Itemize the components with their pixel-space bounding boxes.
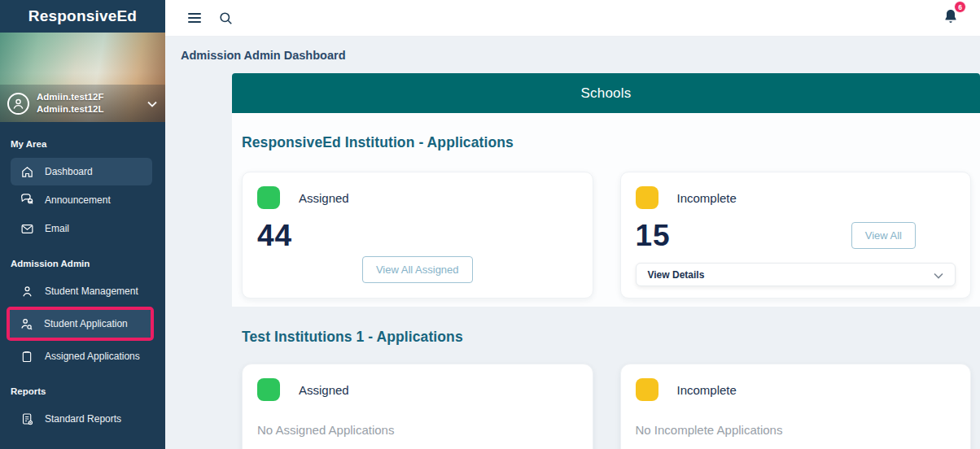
app-logo: ResponsiveEd xyxy=(0,0,165,33)
view-details-expander[interactable]: View Details xyxy=(636,263,956,286)
chevron-down-icon xyxy=(934,268,943,282)
section-heading: Test Institutions 1 - Applications xyxy=(242,329,971,346)
person-search-icon xyxy=(19,316,33,331)
school-section-responsiveed: ResponsiveEd Institution - Applications … xyxy=(232,113,980,307)
cards-row: Assigned No Assigned Applications Incomp… xyxy=(242,364,971,449)
avatar xyxy=(7,93,29,115)
bell-icon xyxy=(943,14,959,28)
clipboard-icon xyxy=(20,349,34,364)
card-label: Incomplete xyxy=(677,383,737,397)
incomplete-tile-icon xyxy=(636,186,658,209)
cards-row: Assigned 44 View All Assigned Incomplete… xyxy=(242,172,971,299)
assigned-card-empty: Assigned No Assigned Applications xyxy=(242,364,593,449)
app-root: ResponsiveEd Admiin.test12F Admiin.test1… xyxy=(0,0,980,449)
sidebar-item-standard-reports[interactable]: Standard Reports xyxy=(11,405,152,433)
view-details-label: View Details xyxy=(648,269,705,281)
empty-state-text: No Incomplete Applications xyxy=(636,423,956,437)
content: Schools ResponsiveEd Institution - Appli… xyxy=(165,73,980,449)
section-heading: ResponsiveEd Institution - Applications xyxy=(242,134,971,151)
assigned-card: Assigned 44 View All Assigned xyxy=(242,172,593,299)
sidebar-item-student-application[interactable]: Student Application xyxy=(10,310,151,338)
incomplete-card: Incomplete 15 View All View Details xyxy=(620,172,972,299)
schools-banner: Schools xyxy=(232,73,980,113)
incomplete-card-empty: Incomplete No Incomplete Applications xyxy=(620,364,972,449)
student-application-highlight-box: Student Application xyxy=(7,307,154,341)
sidebar-item-label: Email xyxy=(45,223,69,234)
nav-section-reports: Reports xyxy=(0,371,165,404)
assigned-tile-icon xyxy=(257,378,280,401)
nav-section-my-area: My Area xyxy=(0,124,165,157)
card-header: Incomplete xyxy=(636,378,956,401)
sidebar-item-label: Announcement xyxy=(45,194,111,206)
breadcrumb: Admission Admin Dashboard xyxy=(165,37,980,73)
card-header: Assigned xyxy=(257,186,578,209)
notifications-button[interactable]: 6 xyxy=(943,7,959,28)
empty-state-text: No Assigned Applications xyxy=(257,423,578,437)
home-icon xyxy=(20,164,34,179)
sidebar-item-assigned-applications[interactable]: Assigned Applications xyxy=(11,342,152,370)
card-header: Assigned xyxy=(257,378,578,401)
sidebar-item-email[interactable]: Email xyxy=(11,215,152,242)
chevron-down-icon xyxy=(147,96,157,111)
assigned-tile-icon xyxy=(257,186,280,209)
report-icon xyxy=(20,412,34,426)
topbar: 6 xyxy=(165,0,980,37)
sidebar-item-student-management[interactable]: Student Management xyxy=(11,277,152,305)
sidebar-item-label: Student Application xyxy=(44,318,128,329)
card-label: Incomplete xyxy=(677,191,737,205)
value-row: 15 View All xyxy=(636,220,956,251)
announcement-icon xyxy=(20,193,34,207)
hamburger-menu-icon[interactable] xyxy=(188,13,201,23)
school-section-test-institutions: Test Institutions 1 - Applications Assig… xyxy=(232,329,980,449)
person-icon xyxy=(20,284,34,299)
sidebar-item-label: Dashboard xyxy=(45,166,93,177)
sidebar-item-label: Assigned Applications xyxy=(45,351,140,362)
incomplete-tile-icon xyxy=(636,378,658,401)
main-area: 6 Admission Admin Dashboard Schools Resp… xyxy=(165,0,980,449)
nav-section-admission-admin: Admission Admin xyxy=(0,243,165,277)
notification-badge: 6 xyxy=(954,1,966,13)
sidebar-item-label: Student Management xyxy=(45,286,138,297)
sidebar-item-label: Standard Reports xyxy=(45,413,121,425)
card-header: Incomplete xyxy=(636,186,956,209)
user-name-line2: Admiin.test12L xyxy=(37,103,103,116)
page-title: Admission Admin Dashboard xyxy=(181,49,345,62)
user-profile-menu[interactable]: Admiin.test12F Admiin.test12L xyxy=(0,85,165,122)
sidebar-item-announcement[interactable]: Announcement xyxy=(11,186,152,214)
user-name-line1: Admiin.test12F xyxy=(37,91,103,103)
sidebar-banner-image: Admiin.test12F Admiin.test12L xyxy=(0,33,165,122)
sidebar: ResponsiveEd Admiin.test12F Admiin.test1… xyxy=(0,0,165,449)
assigned-count: 44 xyxy=(257,220,578,251)
email-icon xyxy=(20,221,34,236)
card-label: Assigned xyxy=(299,191,349,205)
user-name: Admiin.test12F Admiin.test12L xyxy=(37,91,103,116)
incomplete-count: 15 xyxy=(636,220,671,251)
view-all-button[interactable]: View All xyxy=(851,222,916,249)
card-label: Assigned xyxy=(299,383,349,397)
view-all-assigned-button[interactable]: View All Assigned xyxy=(362,256,473,283)
search-icon[interactable] xyxy=(218,11,234,26)
sidebar-item-dashboard[interactable]: Dashboard xyxy=(11,158,152,185)
sidebar-nav: My Area Dashboard Announcemen xyxy=(0,122,165,434)
